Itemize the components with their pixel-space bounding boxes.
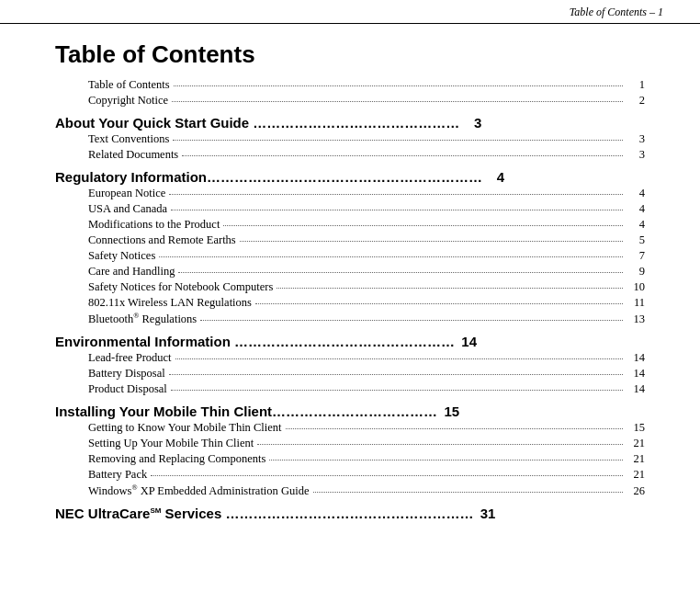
toc-page-european-notice: 4 [627,187,645,200]
toc-row-installing: Installing Your Mobile Thin Client………………… [55,404,645,419]
toc-dots-european-notice [169,194,623,195]
toc-dots-wireless-lan [255,303,623,304]
toc-label-installing: Installing Your Mobile Thin Client………………… [55,404,437,419]
toc-label-modifications: Modifications to the Product [88,218,220,232]
toc-row-wireless-lan: 802.11x Wireless LAN Regulations11 [55,296,645,310]
toc-dots-usa-canada [171,210,623,210]
toc-row-copyright: Copyright Notice2 [55,94,645,108]
toc-row-quick-start: About Your Quick Start Guide ……………………………… [55,115,645,131]
toc-row-product-disposal: Product Disposal14 [55,382,645,396]
toc-page-safety-notices: 7 [627,249,645,263]
toc-row-setting-up: Setting Up Your Mobile Thin Client21 [55,437,645,450]
toc-label-getting-to-know: Getting to Know Your Mobile Thin Client [88,421,282,435]
toc-dots-setting-up [257,444,623,445]
toc-page-installing: 15 [441,404,459,419]
toc-page-usa-canada: 4 [627,202,645,216]
toc-dots-connections [240,241,623,242]
toc-page-care-handling: 9 [627,265,645,279]
toc-label-text-conventions: Text Conventions [88,132,169,146]
toc-page-regulatory: 4 [486,169,504,185]
toc-page-bluetooth: 13 [627,313,645,326]
toc-label-product-disposal: Product Disposal [88,382,167,396]
toc-row-bluetooth: Bluetooth® Regulations13 [55,312,645,326]
page-header: Table of Contents – 1 [0,0,700,24]
toc-label-european-notice: European Notice [88,187,165,200]
toc-dots-care-handling [178,272,623,273]
toc-dots-product-disposal [171,390,623,391]
page-title: Table of Contents [55,40,645,69]
toc-row-regulatory: Regulatory Information………………………………………………… [55,169,645,185]
toc-row-connections: Connections and Remote Earths5 [55,233,645,247]
toc-label-lead-free: Lead-free Product [88,351,172,365]
toc-page-wireless-lan: 11 [627,296,645,310]
toc-label-bluetooth: Bluetooth® Regulations [88,312,197,326]
toc-row-toc-self: Table of Contents1 [55,78,645,92]
toc-page-connections: 5 [627,233,645,247]
toc-page-battery-disposal: 14 [627,367,645,381]
toc-dots-removing-replacing [269,460,623,460]
toc-label-battery-disposal: Battery Disposal [88,367,165,381]
toc-dots-copyright [172,101,623,102]
toc-dots-related-docs [182,155,623,156]
toc-label-safety-notebook: Safety Notices for Notebook Computers [88,280,273,294]
toc-label-safety-notices: Safety Notices [88,249,155,263]
toc-dots-lead-free [175,358,623,359]
toc-page-safety-notebook: 10 [627,280,645,294]
toc-row-environmental: Environmental Information ……………………………………… [55,334,645,349]
toc-page-copyright: 2 [627,94,645,108]
toc-page-windows-xp: 26 [627,484,645,498]
toc-row-battery-pack: Battery Pack21 [55,468,645,482]
toc-dots-bluetooth [200,320,623,321]
toc-label-connections: Connections and Remote Earths [88,233,236,247]
toc-label-battery-pack: Battery Pack [88,468,147,482]
toc-label-environmental: Environmental Information ……………………………………… [55,334,455,349]
toc-label-setting-up: Setting Up Your Mobile Thin Client [88,437,254,450]
toc-label-usa-canada: USA and Canada [88,202,167,216]
toc-label-quick-start: About Your Quick Start Guide ……………………………… [55,115,459,131]
toc-label-care-handling: Care and Handling [88,265,175,279]
toc-dots-safety-notebook [277,288,623,289]
toc-row-nec-ultracare: NEC UltraCareSM Services ………………………………………… [55,506,645,521]
toc-page-toc-self: 1 [627,78,645,92]
toc-label-regulatory: Regulatory Information………………………………………………… [55,169,482,185]
toc-row-safety-notices: Safety Notices7 [55,249,645,263]
toc-row-safety-notebook: Safety Notices for Notebook Computers10 [55,280,645,294]
toc-dots-text-conventions [173,140,623,141]
toc-page-removing-replacing: 21 [627,452,645,466]
toc-label-related-docs: Related Documents [88,148,178,162]
main-content: Table of Contents Table of Contents1Copy… [0,40,700,541]
toc-row-modifications: Modifications to the Product4 [55,218,645,232]
header-text: Table of Contents – 1 [570,6,663,19]
toc-dots-modifications [223,225,623,226]
toc-label-removing-replacing: Removing and Replacing Components [88,452,265,466]
toc-container: Table of Contents1Copyright Notice2About… [55,78,645,521]
toc-dots-getting-to-know [286,428,623,429]
toc-page-text-conventions: 3 [627,132,645,146]
toc-dots-safety-notices [159,256,623,257]
toc-label-windows-xp: Windows® XP Embedded Administration Guid… [88,483,310,498]
toc-page-environmental: 14 [458,334,477,349]
toc-label-copyright: Copyright Notice [88,94,168,108]
toc-label-toc-self: Table of Contents [88,78,170,92]
toc-page-modifications: 4 [627,218,645,232]
toc-row-lead-free: Lead-free Product14 [55,351,645,365]
toc-dots-toc-self [174,85,623,86]
toc-page-getting-to-know: 15 [627,421,645,435]
toc-row-care-handling: Care and Handling9 [55,265,645,279]
toc-row-getting-to-know: Getting to Know Your Mobile Thin Client1… [55,421,645,435]
toc-row-european-notice: European Notice4 [55,187,645,200]
toc-dots-battery-pack [151,475,623,476]
toc-row-text-conventions: Text Conventions3 [55,132,645,146]
toc-label-wireless-lan: 802.11x Wireless LAN Regulations [88,296,252,310]
toc-row-related-docs: Related Documents3 [55,148,645,162]
toc-label-nec-ultracare: NEC UltraCareSM Services ………………………………………… [55,506,473,521]
toc-page-lead-free: 14 [627,351,645,365]
toc-dots-battery-disposal [169,374,623,375]
toc-page-nec-ultracare: 31 [477,506,495,521]
toc-row-windows-xp: Windows® XP Embedded Administration Guid… [55,483,645,498]
toc-page-product-disposal: 14 [627,382,645,396]
toc-dots-windows-xp [313,492,623,493]
toc-row-usa-canada: USA and Canada4 [55,202,645,216]
toc-page-related-docs: 3 [627,148,645,162]
toc-page-battery-pack: 21 [627,468,645,482]
